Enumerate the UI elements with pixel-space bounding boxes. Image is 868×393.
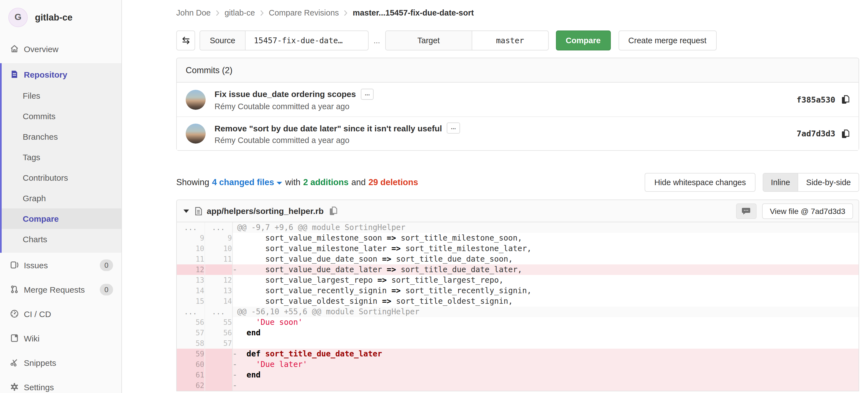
inline-view-button[interactable]: Inline	[763, 174, 798, 191]
repository-doc-icon	[9, 69, 19, 79]
commit-info: Remove "sort by due date later" since it…	[215, 122, 460, 145]
old-line-number[interactable]: 59	[177, 349, 205, 359]
swap-revisions-button[interactable]	[176, 30, 195, 51]
breadcrumb-project[interactable]: gitlab-ce	[224, 8, 255, 17]
commit-author-avatar[interactable]	[186, 124, 206, 144]
diff-context-row: 5857	[177, 338, 859, 349]
commits-panel: Commits (2) Fix issue due_date ordering …	[176, 58, 859, 151]
commit-title[interactable]: Remove "sort by due date later" since it…	[215, 123, 442, 133]
old-line-number[interactable]: 57	[177, 328, 205, 338]
project-avatar[interactable]: G	[8, 7, 28, 27]
commits-panel-header: Commits (2)	[177, 58, 859, 83]
copy-file-path-button[interactable]	[329, 206, 338, 216]
new-line-number[interactable]: 14	[205, 296, 232, 306]
commit-sha[interactable]: f385a530	[797, 95, 835, 104]
commit-title[interactable]: Fix issue due_date ordering scopes	[215, 89, 356, 99]
new-line-number[interactable]	[205, 370, 232, 380]
view-file-button[interactable]: View file @ 7ad7d3d3	[762, 203, 853, 219]
chevron-right-icon	[216, 10, 219, 16]
diff-context-row: 1010 sort_value_milestone_later => sort_…	[177, 243, 859, 254]
old-line-number[interactable]: 9	[177, 233, 205, 243]
sidebar-item-settings[interactable]: Settings	[0, 375, 121, 393]
diff-deleted-row: 59- def sort_title_due_date_later	[177, 349, 859, 359]
sidebar-subitem-tags[interactable]: Tags	[2, 147, 121, 168]
file-text-icon	[194, 207, 202, 215]
old-line-number[interactable]: 10	[177, 243, 205, 254]
source-branch-dropdown[interactable]: 15457-fix-due-date…	[246, 31, 368, 50]
compare-button[interactable]: Compare	[556, 30, 611, 51]
caret-down-icon	[277, 182, 282, 184]
commit-description-expander[interactable]: ...	[361, 88, 374, 99]
sidebar-subitem-graph[interactable]: Graph	[2, 188, 121, 208]
diff-context-row: 1413 sort_value_recently_signin => sort_…	[177, 285, 859, 296]
diff-context-row: 1514 sort_value_oldest_signin => sort_ti…	[177, 296, 859, 306]
old-line-number[interactable]: 60	[177, 359, 205, 370]
sidebar-subitem-charts[interactable]: Charts	[2, 229, 121, 249]
summary-prefix: Showing	[176, 177, 209, 187]
new-line-number: ...	[205, 306, 232, 317]
diff-context-row: 5756 end	[177, 328, 859, 338]
breadcrumb-user[interactable]: John Doe	[176, 8, 211, 17]
commit-meta: Rémy Coutable committed a year ago	[215, 136, 460, 145]
new-line-number[interactable]: 56	[205, 328, 232, 338]
breadcrumb-compare-revisions[interactable]: Compare Revisions	[269, 8, 339, 17]
new-line-number[interactable]	[205, 380, 232, 391]
sidebar-item-repository[interactable]: Repository	[2, 63, 121, 85]
old-line-number[interactable]: 62	[177, 380, 205, 391]
old-line-number[interactable]: 56	[177, 317, 205, 328]
new-line-number[interactable]	[205, 349, 232, 359]
diff-line-content: @@ -56,10 +55,6 @@ module SortingHelper	[232, 306, 859, 317]
diff-line-marker	[232, 328, 237, 337]
sidebar-item-snippets[interactable]: Snippets	[0, 350, 121, 375]
new-line-number[interactable]	[205, 264, 232, 275]
project-context-header[interactable]: G gitlab-ce	[0, 0, 121, 34]
sidebar-item-label: Overview	[24, 44, 59, 54]
old-line-number[interactable]: 13	[177, 275, 205, 285]
new-line-number[interactable]: 57	[205, 338, 232, 349]
sidebar-subitem-files[interactable]: Files	[2, 85, 121, 106]
commit-sha[interactable]: 7ad7d3d3	[797, 129, 835, 138]
old-line-number[interactable]: 12	[177, 264, 205, 275]
sidebar-item-merge-requests[interactable]: Merge Requests 0	[0, 277, 121, 302]
commit-author-avatar[interactable]	[186, 90, 206, 110]
diff-line-marker	[232, 286, 237, 295]
target-field-group: Target master	[385, 30, 549, 51]
side-by-side-view-button[interactable]: Side-by-side	[798, 174, 859, 191]
sidebar-subitem-contributors[interactable]: Contributors	[2, 168, 121, 188]
merge-requests-count-badge: 0	[100, 283, 113, 295]
copy-sha-button[interactable]	[841, 129, 850, 138]
old-line-number[interactable]: 15	[177, 296, 205, 306]
diff-hunk-row: ...... @@ -56,10 +55,6 @@ module Sorting…	[177, 306, 859, 317]
new-line-number[interactable]: 9	[205, 233, 232, 243]
sidebar-item-wiki[interactable]: Wiki	[0, 326, 121, 350]
target-branch-dropdown[interactable]: master	[472, 31, 548, 50]
new-line-number[interactable]: 13	[205, 285, 232, 296]
sidebar-item-overview[interactable]: Overview	[0, 39, 121, 59]
diff-line-content: - end	[232, 370, 859, 380]
old-line-number[interactable]: 11	[177, 254, 205, 264]
diff-deleted-row: 61- end	[177, 370, 859, 380]
new-line-number[interactable]: 55	[205, 317, 232, 328]
sidebar-subitem-branches[interactable]: Branches	[2, 126, 121, 147]
new-line-number[interactable]: 12	[205, 275, 232, 285]
commit-description-expander[interactable]: ...	[447, 122, 460, 133]
diff-line-marker: -	[232, 265, 237, 274]
diff-line-marker	[232, 339, 237, 347]
hide-whitespace-button[interactable]: Hide whitespace changes	[645, 173, 755, 192]
file-path[interactable]: app/helpers/sorting_helper.rb	[207, 206, 324, 216]
copy-sha-button[interactable]	[841, 95, 850, 104]
old-line-number[interactable]: 14	[177, 285, 205, 296]
collapse-diff-caret-icon[interactable]	[183, 209, 189, 213]
sidebar-subitem-compare[interactable]: Compare	[2, 208, 121, 229]
sidebar-item-cicd[interactable]: CI / CD	[0, 302, 121, 326]
changed-files-dropdown[interactable]: 4 changed files	[212, 177, 282, 187]
create-merge-request-button[interactable]: Create merge request	[618, 30, 716, 51]
new-line-number[interactable]: 10	[205, 243, 232, 254]
old-line-number[interactable]: 58	[177, 338, 205, 349]
toggle-comments-button[interactable]	[736, 203, 756, 219]
new-line-number[interactable]: 11	[205, 254, 232, 264]
sidebar-subitem-commits[interactable]: Commits	[2, 106, 121, 126]
new-line-number[interactable]	[205, 359, 232, 370]
old-line-number[interactable]: 61	[177, 370, 205, 380]
sidebar-item-issues[interactable]: Issues 0	[0, 253, 121, 277]
